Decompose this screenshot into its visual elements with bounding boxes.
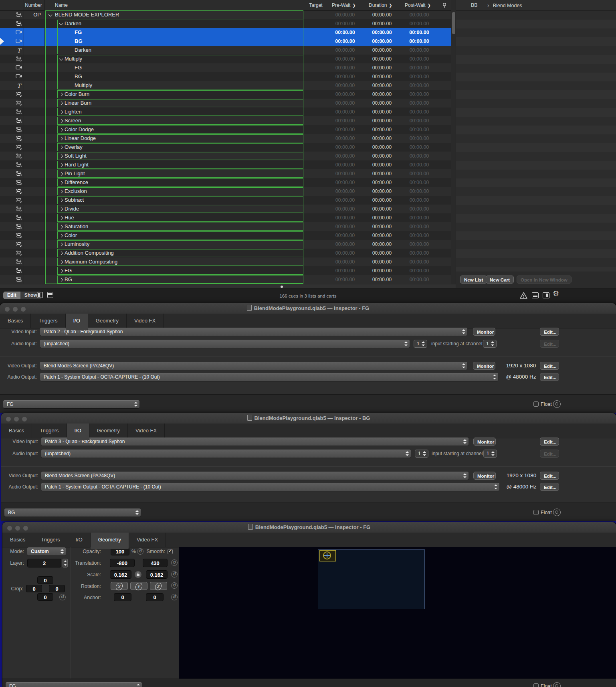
audio-input-edit-button[interactable]: Edit... <box>540 340 559 348</box>
duration-value[interactable]: 00:00.00 <box>365 257 399 266</box>
disclosure-right-icon[interactable] <box>59 154 63 158</box>
post-wait-value[interactable]: 00:00.00 <box>402 99 436 107</box>
cue-row[interactable]: Hue00:00.0000:00.0000:00.00 <box>0 213 451 222</box>
rotation-x-button[interactable]: X <box>111 582 128 590</box>
video-output-select[interactable]: Blend Modes Screen (PA248QV) <box>41 472 469 480</box>
disclosure-right-icon[interactable] <box>59 163 63 167</box>
column-target[interactable]: Target <box>305 0 327 10</box>
disclosure-right-icon[interactable] <box>59 128 63 132</box>
pre-wait-value[interactable]: 00:00.00 <box>328 187 362 196</box>
tab-geometry[interactable]: Geometry <box>89 424 128 438</box>
disclosure-right-icon[interactable] <box>59 199 63 203</box>
cue-row[interactable]: Linear Burn00:00.0000:00.0000:00.00 <box>0 99 451 107</box>
tab-triggers[interactable]: Triggers <box>31 314 65 328</box>
channel-count-stepper[interactable]: 1 <box>414 340 427 348</box>
anchor-reset-icon[interactable]: ↺ <box>171 594 178 600</box>
warnings-icon[interactable] <box>519 292 528 300</box>
cue-row[interactable]: FG00:00.0000:00.0000:00.00 <box>0 63 451 72</box>
cue-row[interactable]: Darken00:00.0000:00.0000:00.00 <box>0 19 451 28</box>
post-wait-value[interactable]: 00:00.00 <box>402 72 436 81</box>
cue-row[interactable]: Color Dodge00:00.0000:00.0000:00.00 <box>0 125 451 134</box>
audio-input-select[interactable]: (unpatched) <box>41 450 411 458</box>
disclosure-right-icon[interactable] <box>59 110 63 114</box>
cue-row[interactable]: Luminosity00:00.0000:00.0000:00.00 <box>0 240 451 249</box>
disclosure-down-icon[interactable] <box>48 13 53 17</box>
disclosure-right-icon[interactable] <box>59 93 63 97</box>
scale-x-field[interactable]: 0.162 <box>110 570 131 579</box>
duration-value[interactable]: 00:00.00 <box>365 196 399 205</box>
pre-wait-value[interactable]: 00:00.00 <box>328 55 362 63</box>
disclosure-right-icon[interactable] <box>59 101 63 105</box>
post-wait-value[interactable]: 00:00.00 <box>402 231 436 240</box>
cue-row[interactable]: BG00:00.0000:00.0000:00.00 <box>0 275 451 284</box>
cue-row[interactable]: Difference00:00.0000:00.0000:00.00 <box>0 178 451 187</box>
video-input-monitor-button[interactable]: Monitor <box>473 328 495 336</box>
audio-output-edit-button[interactable]: Edit... <box>540 483 559 491</box>
duration-value[interactable]: 00:00.00 <box>365 125 399 134</box>
disclosure-right-icon[interactable] <box>59 234 63 238</box>
float-checkbox[interactable] <box>533 510 539 515</box>
tab-io[interactable]: I/O <box>68 533 91 547</box>
duration-value[interactable]: 00:00.00 <box>365 178 399 187</box>
duration-value[interactable]: 00:00.00 <box>365 46 399 55</box>
tab-basics[interactable]: Basics <box>2 533 33 547</box>
cue-row[interactable]: BG00:00.0000:00.0000:00.00 <box>0 72 451 81</box>
duration-value[interactable]: 00:00.00 <box>365 249 399 257</box>
video-input-edit-button[interactable]: Edit... <box>540 328 559 336</box>
pre-wait-value[interactable]: 00:00.00 <box>328 99 362 107</box>
duration-value[interactable]: 00:00.00 <box>365 72 399 81</box>
post-wait-value[interactable]: 00:00.00 <box>402 19 436 28</box>
duration-value[interactable]: 00:00.00 <box>365 107 399 116</box>
pre-wait-value[interactable]: 00:00.00 <box>328 46 362 55</box>
disclosure-right-icon[interactable] <box>59 119 63 123</box>
disclosure-right-icon[interactable] <box>59 181 63 185</box>
crop-top-field[interactable]: 0 <box>37 576 53 584</box>
disclosure-right-icon[interactable] <box>59 190 63 194</box>
tab-video-fx[interactable]: Video FX <box>127 314 164 328</box>
duration-value[interactable]: 00:00.00 <box>365 205 399 213</box>
duration-value[interactable]: 00:00.00 <box>365 55 399 63</box>
pre-wait-value[interactable]: 00:00.00 <box>328 275 362 284</box>
cue-row[interactable]: Maximum Compositing00:00.0000:00.0000:00… <box>0 257 451 266</box>
rotation-reset-icon[interactable]: ↺ <box>171 582 178 589</box>
tab-geometry[interactable]: Geometry <box>91 533 129 549</box>
video-output-edit-button[interactable]: Edit... <box>540 362 559 370</box>
cue-row[interactable]: FG00:00.0000:00.0000:00.00 <box>0 266 451 275</box>
column-name[interactable]: Name <box>55 0 68 10</box>
video-output-monitor-button[interactable]: Monitor <box>473 472 496 480</box>
tab-video-fx[interactable]: Video FX <box>128 424 165 438</box>
cue-row[interactable]: FG00:00.0000:00.0000:00.00 <box>0 28 451 37</box>
video-input-select[interactable]: Patch 2 - QLab - Foreground Syphon <box>40 328 467 336</box>
rotation-y-button[interactable]: Y <box>130 582 147 590</box>
post-wait-value[interactable]: 00:00.00 <box>402 169 436 178</box>
cue-row[interactable]: Color00:00.0000:00.0000:00.00 <box>0 231 451 240</box>
disclosure-right-icon[interactable] <box>59 225 63 229</box>
duration-value[interactable]: 00:00.00 <box>365 143 399 152</box>
post-wait-value[interactable]: 00:00.00 <box>402 46 436 55</box>
duration-value[interactable]: 00:00.00 <box>365 275 399 284</box>
pre-wait-value[interactable]: 00:00.00 <box>328 81 362 90</box>
pre-wait-value[interactable]: 00:00.00 <box>328 90 362 99</box>
anchor-y-field[interactable]: 0 <box>146 593 164 601</box>
cue-row[interactable]: Hard Light00:00.0000:00.0000:00.00 <box>0 160 451 169</box>
pre-wait-value[interactable]: 00:00.00 <box>328 196 362 205</box>
duration-value[interactable]: 00:00.00 <box>365 63 399 72</box>
post-wait-value[interactable]: 00:00.00 <box>402 160 436 169</box>
video-input-edit-button[interactable]: Edit... <box>540 438 559 446</box>
column-pre-wait[interactable]: Pre-Wait <box>332 0 356 11</box>
disclosure-right-icon[interactable] <box>59 207 63 211</box>
duration-value[interactable]: 00:00.00 <box>365 240 399 249</box>
disclosure-down-icon[interactable] <box>59 57 63 61</box>
continue-flag-icon[interactable] <box>442 2 447 8</box>
pre-wait-value[interactable]: 00:00.00 <box>328 107 362 116</box>
audio-input-edit-button[interactable]: Edit... <box>540 450 559 458</box>
post-wait-value[interactable]: 00:00.00 <box>402 213 436 222</box>
post-wait-value[interactable]: 00:00.00 <box>402 37 436 46</box>
video-output-edit-button[interactable]: Edit... <box>540 472 559 480</box>
cue-row[interactable]: BG00:00.0000:00.0000:00.00 <box>0 37 451 46</box>
duration-value[interactable]: 00:00.00 <box>365 187 399 196</box>
post-wait-value[interactable]: 00:00.00 <box>402 63 436 72</box>
duration-value[interactable]: 00:00.00 <box>365 10 399 19</box>
geometry-preview-stage[interactable] <box>179 547 616 679</box>
cue-row[interactable]: Divide00:00.0000:00.0000:00.00 <box>0 205 451 213</box>
